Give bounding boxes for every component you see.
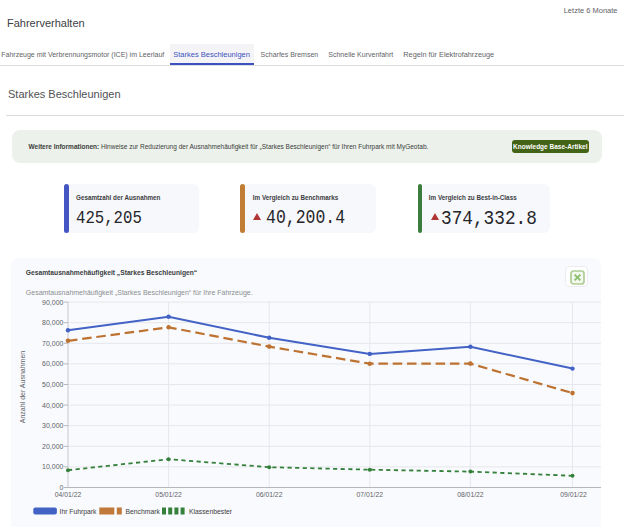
svg-text:Benchmark: Benchmark xyxy=(126,508,161,515)
svg-text:06/01/22: 06/01/22 xyxy=(256,491,283,498)
svg-text:0: 0 xyxy=(60,484,64,491)
svg-text:60,000: 60,000 xyxy=(42,360,64,367)
svg-text:40,000: 40,000 xyxy=(42,402,64,409)
svg-text:50,000: 50,000 xyxy=(42,381,64,388)
svg-text:Anzahl der Ausnahmen: Anzahl der Ausnahmen xyxy=(19,351,26,423)
svg-text:20,000: 20,000 xyxy=(42,443,64,450)
svg-text:30,000: 30,000 xyxy=(42,422,64,429)
svg-text:80,000: 80,000 xyxy=(42,319,64,326)
svg-text:10,000: 10,000 xyxy=(42,463,64,470)
svg-text:Ihr Fuhrpark: Ihr Fuhrpark xyxy=(60,508,98,516)
svg-text:90,000: 90,000 xyxy=(42,299,64,306)
svg-text:70,000: 70,000 xyxy=(42,340,64,347)
svg-text:05/01/22: 05/01/22 xyxy=(155,491,182,498)
svg-text:Klassenbester: Klassenbester xyxy=(189,508,233,515)
svg-text:08/01/22: 08/01/22 xyxy=(457,491,484,498)
svg-text:04/01/22: 04/01/22 xyxy=(55,491,82,498)
svg-text:09/01/22: 09/01/22 xyxy=(560,491,587,498)
svg-text:07/01/22: 07/01/22 xyxy=(357,491,384,498)
